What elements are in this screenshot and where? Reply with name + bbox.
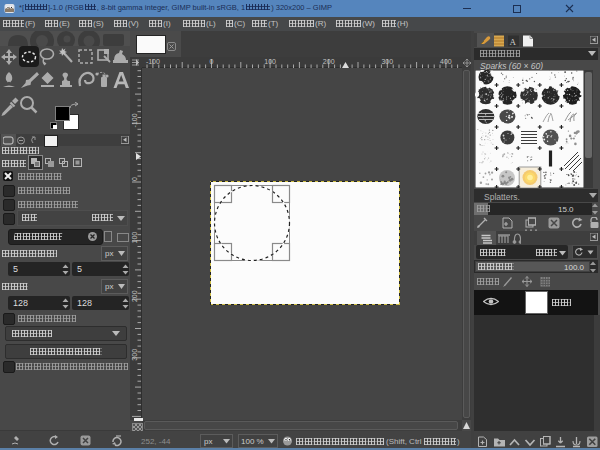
svg-text:200: 200 — [131, 290, 138, 302]
svg-text:0: 0 — [131, 177, 138, 181]
svg-text:100: 100 — [131, 232, 138, 244]
svg-text:400: 400 — [440, 58, 452, 65]
svg-text:300: 300 — [131, 349, 138, 361]
svg-text:100: 100 — [264, 58, 276, 65]
svg-text:200: 200 — [323, 58, 335, 65]
svg-text:A: A — [510, 37, 517, 47]
svg-text:0: 0 — [210, 58, 214, 65]
svg-text:300: 300 — [381, 58, 393, 65]
svg-text:-100: -100 — [146, 58, 160, 65]
svg-text:-100: -100 — [131, 113, 138, 127]
